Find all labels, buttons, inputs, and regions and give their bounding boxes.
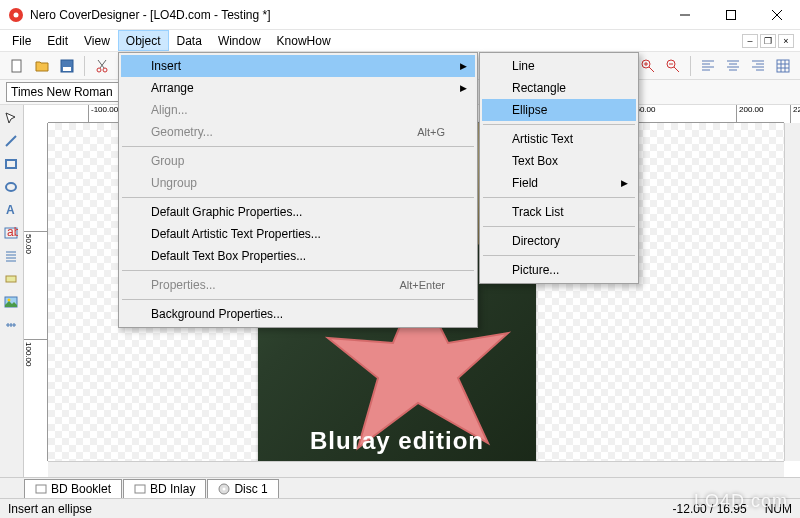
- menu-item-label: Group: [151, 154, 184, 168]
- new-button[interactable]: [6, 55, 28, 77]
- object-menu-item-default-text-box-properties[interactable]: Default Text Box Properties...: [121, 245, 475, 267]
- cover-title-text[interactable]: Bluray edition: [258, 427, 536, 455]
- tracklist-tool[interactable]: [0, 245, 22, 267]
- status-bar: Insert an ellipse -12.00 / 16.95 NUM: [0, 498, 800, 518]
- title-bar: Nero CoverDesigner - [LO4D.com - Testing…: [0, 0, 800, 30]
- open-button[interactable]: [31, 55, 53, 77]
- close-button[interactable]: [754, 0, 800, 30]
- menu-item-label: Insert: [151, 59, 181, 73]
- field-tool[interactable]: [0, 268, 22, 290]
- pointer-tool[interactable]: [0, 107, 22, 129]
- tab-disc-1[interactable]: Disc 1: [207, 479, 278, 498]
- object-menu-item-arrange[interactable]: Arrange▶: [121, 77, 475, 99]
- mdi-minimize-button[interactable]: –: [742, 34, 758, 48]
- object-menu-item-group: Group: [121, 150, 475, 172]
- horizontal-scrollbar[interactable]: [48, 461, 784, 477]
- grid-button[interactable]: [772, 55, 794, 77]
- submenu-arrow-icon: ▶: [460, 83, 467, 93]
- svg-rect-5: [63, 67, 71, 71]
- svg-rect-3: [12, 60, 21, 72]
- rectangle-tool[interactable]: [0, 153, 22, 175]
- minimize-button[interactable]: [662, 0, 708, 30]
- menu-item-label: Directory: [512, 234, 560, 248]
- tab-bd-booklet[interactable]: BD Booklet: [24, 479, 122, 498]
- line-tool[interactable]: [0, 130, 22, 152]
- cut-button[interactable]: [91, 55, 113, 77]
- menu-shortcut: Alt+Enter: [399, 279, 445, 291]
- insert-menu-item-text-box[interactable]: Text Box: [482, 150, 636, 172]
- svg-rect-15: [6, 160, 16, 168]
- svg-text:A: A: [6, 203, 15, 217]
- image-tool[interactable]: [0, 291, 22, 313]
- svg-point-16: [6, 183, 16, 191]
- menu-separator: [122, 270, 474, 271]
- svg-point-26: [223, 487, 226, 490]
- menu-object[interactable]: Object: [118, 30, 169, 51]
- tab-bd-inlay[interactable]: BD Inlay: [123, 479, 206, 498]
- menu-separator: [122, 197, 474, 198]
- app-icon: [8, 7, 24, 23]
- menu-item-label: Line: [512, 59, 535, 73]
- object-menu-item-insert[interactable]: Insert▶: [121, 55, 475, 77]
- menu-separator: [483, 255, 635, 256]
- insert-menu-item-directory[interactable]: Directory: [482, 230, 636, 252]
- svg-rect-23: [36, 485, 46, 493]
- align-right-button[interactable]: [747, 55, 769, 77]
- menu-window[interactable]: Window: [210, 30, 269, 51]
- ruler-tick: 225.: [790, 105, 800, 123]
- insert-menu-item-track-list[interactable]: Track List: [482, 201, 636, 223]
- svg-rect-14: [777, 60, 789, 72]
- save-button[interactable]: [56, 55, 78, 77]
- svg-point-1: [14, 12, 19, 17]
- menu-item-label: Default Text Box Properties...: [151, 249, 306, 263]
- mdi-restore-button[interactable]: ❐: [760, 34, 776, 48]
- submenu-arrow-icon: ▶: [460, 61, 467, 71]
- menu-item-label: Align...: [151, 103, 188, 117]
- insert-menu-item-field[interactable]: Field▶: [482, 172, 636, 194]
- object-menu-item-default-graphic-properties[interactable]: Default Graphic Properties...: [121, 201, 475, 223]
- insert-menu-item-artistic-text[interactable]: Artistic Text: [482, 128, 636, 150]
- measure-tool[interactable]: [0, 314, 22, 336]
- maximize-button[interactable]: [708, 0, 754, 30]
- mdi-close-button[interactable]: ×: [778, 34, 794, 48]
- menu-item-label: Default Artistic Text Properties...: [151, 227, 321, 241]
- menu-data[interactable]: Data: [169, 30, 210, 51]
- artistic-text-tool[interactable]: A: [0, 199, 22, 221]
- menu-item-label: Artistic Text: [512, 132, 573, 146]
- object-menu-item-default-artistic-text-properties[interactable]: Default Artistic Text Properties...: [121, 223, 475, 245]
- zoom-in-button[interactable]: [637, 55, 659, 77]
- status-hint: Insert an ellipse: [8, 502, 92, 516]
- insert-menu-item-picture[interactable]: Picture...: [482, 259, 636, 281]
- menu-edit[interactable]: Edit: [39, 30, 76, 51]
- text-box-tool[interactable]: ab: [0, 222, 22, 244]
- ruler-tick: 50.00: [24, 231, 48, 254]
- ruler-tick: -100.00: [88, 105, 118, 123]
- svg-point-6: [97, 68, 101, 72]
- object-menu-item-properties: Properties...Alt+Enter: [121, 274, 475, 296]
- menu-separator: [483, 226, 635, 227]
- zoom-out-button[interactable]: [662, 55, 684, 77]
- insert-menu-item-ellipse[interactable]: Ellipse: [482, 99, 636, 121]
- insert-menu-item-line[interactable]: Line: [482, 55, 636, 77]
- menu-item-label: Ungroup: [151, 176, 197, 190]
- watermark: LO4D.com: [694, 491, 788, 512]
- align-center-button[interactable]: [722, 55, 744, 77]
- menu-file[interactable]: File: [4, 30, 39, 51]
- menu-separator: [122, 299, 474, 300]
- object-menu-item-background-properties[interactable]: Background Properties...: [121, 303, 475, 325]
- vertical-scrollbar[interactable]: [784, 123, 800, 461]
- svg-text:ab: ab: [7, 226, 18, 239]
- booklet-icon: [35, 483, 47, 495]
- menu-knowhow[interactable]: KnowHow: [269, 30, 339, 51]
- align-left-button[interactable]: [697, 55, 719, 77]
- menu-view[interactable]: View: [76, 30, 118, 51]
- menu-item-label: Field: [512, 176, 538, 190]
- insert-menu-item-rectangle[interactable]: Rectangle: [482, 77, 636, 99]
- menu-item-label: Text Box: [512, 154, 558, 168]
- object-menu-item-geometry: Geometry...Alt+G: [121, 121, 475, 143]
- svg-rect-20: [6, 276, 16, 282]
- ellipse-tool[interactable]: [0, 176, 22, 198]
- menu-item-label: Properties...: [151, 278, 216, 292]
- menu-item-label: Rectangle: [512, 81, 566, 95]
- ruler-tick: 200.00: [736, 105, 763, 123]
